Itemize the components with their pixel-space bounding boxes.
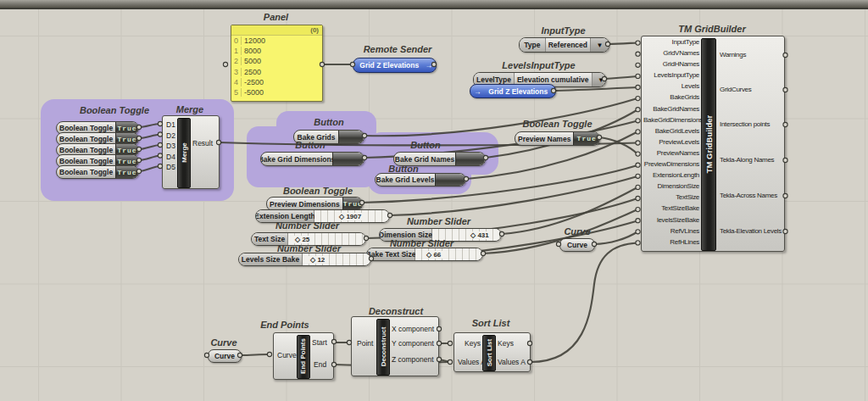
panel[interactable]: (0) 012000 18000 25000 32500 4-2500 5-50…: [231, 25, 323, 102]
sort-list-component[interactable]: Keys Values A Sort List Keys Values A: [453, 332, 531, 372]
row-value: -2500: [242, 78, 264, 86]
bake-text-size-slider[interactable]: Bake Text Size ◇ 66: [366, 248, 483, 261]
button-press-area[interactable]: [338, 131, 364, 143]
output-label: Intersection points: [720, 120, 770, 128]
input-label: DimensionSize: [643, 182, 699, 193]
remote-sender-text: Grid Z Elevations: [353, 58, 426, 72]
deconstruct-core-label: Deconstruct: [376, 319, 388, 374]
output-label: X component: [392, 325, 434, 333]
slider-handle-icon[interactable]: ◇: [426, 251, 431, 259]
slider-value: ◇ 431: [468, 231, 492, 239]
slider-value: ◇ 25: [292, 236, 312, 243]
input-label: Keys: [465, 339, 481, 348]
curve-param[interactable]: Curve: [559, 238, 595, 252]
remote-sender[interactable]: Grid Z Elevations →: [353, 58, 437, 73]
preview-names-toggle[interactable]: Preview Names True: [515, 131, 600, 146]
wire: [139, 135, 160, 139]
gridbuilder-inputs: InputType GridVNames GridHNames LevelsIn…: [643, 38, 699, 249]
slider-handle-icon[interactable]: ◇: [339, 213, 344, 220]
button-press-area[interactable]: [332, 153, 364, 165]
panel-header: (0): [231, 25, 322, 36]
input-label: Curve: [277, 351, 297, 359]
wire: [555, 87, 637, 91]
button-press-area[interactable]: [455, 153, 485, 165]
curve-param[interactable]: Curve: [208, 349, 242, 363]
slider-handle-icon[interactable]: ◇: [295, 236, 300, 243]
bake-grid-dimensions-button[interactable]: Bake Grid Dimensions: [260, 152, 364, 166]
input-label: TextSizeBake: [643, 204, 699, 215]
toggle-state[interactable]: True: [115, 166, 138, 178]
wire: [608, 43, 637, 45]
slider-number: 66: [433, 251, 441, 259]
levels-size-bake-slider[interactable]: Levels Size Bake ◇ 12: [238, 253, 371, 266]
output-label: Tekla-Along Names: [720, 156, 774, 164]
row-value: -5000: [242, 88, 264, 97]
merge-component[interactable]: D1 D2 D3 D4 D5 Merge Result: [162, 115, 220, 189]
input-label: D1: [166, 120, 175, 129]
boolean-toggle[interactable]: Boolean Toggle True: [56, 165, 139, 179]
grasshopper-canvas[interactable]: Panel (0) 012000 18000 25000 32500 4-250…: [0, 0, 868, 401]
slider-handle-icon[interactable]: ◇: [470, 231, 476, 239]
slider-number: 25: [302, 236, 309, 243]
input-label: BakeGridDimensions: [643, 116, 699, 127]
levelsinputtype-label: LevelsInputType: [473, 60, 604, 70]
toggle-name: Boolean Toggle: [57, 166, 115, 178]
end-points-component[interactable]: Curve End Points Start End: [273, 332, 334, 380]
end-points-label: End Points: [259, 320, 311, 330]
output-label: Values A: [498, 358, 526, 366]
slider-value: ◇ 12: [308, 256, 327, 264]
preview-names-label: Boolean Toggle: [517, 119, 598, 129]
slider-track[interactable]: ◇ 12: [303, 253, 370, 265]
output-label: GridCurves: [720, 86, 751, 93]
output-label: Start: [312, 338, 327, 347]
inputtype-valuelist[interactable]: Type Referenced ▼: [519, 37, 609, 53]
input-label: InputType: [643, 38, 699, 49]
input-label: ExtensionLength: [643, 171, 699, 182]
number-slider-label: Number Slider: [403, 216, 475, 226]
end-points-core-label: End Points: [297, 335, 309, 377]
input-label: RefHLines: [643, 238, 699, 249]
button-label: Button: [280, 140, 341, 150]
button-press-area[interactable]: [435, 174, 465, 186]
panel-row: 012000: [231, 36, 322, 46]
boolean-group-label: Boolean Toggle: [59, 105, 170, 115]
valuelist-value: Referenced: [546, 38, 590, 52]
row-value: 2500: [242, 68, 261, 76]
output-label: Tekla-Elevation Levels: [720, 227, 782, 235]
toggle-name: Preview Names: [515, 132, 573, 145]
slider-track[interactable]: ◇ 66: [415, 248, 482, 260]
input-label: PreviewNames: [643, 149, 699, 160]
inputtype-label: InputType: [519, 25, 608, 36]
input-label: LevelsInputType: [643, 71, 699, 82]
row-index: 5: [231, 88, 242, 97]
number-slider-label: Number Slider: [271, 220, 343, 231]
toggle-name: Preview Dimensions: [267, 198, 342, 210]
wire: [139, 156, 160, 161]
wire: [139, 166, 160, 171]
slider-name: Levels Size Bake: [239, 253, 303, 265]
toggle-state[interactable]: True: [573, 132, 599, 145]
dropdown-icon[interactable]: ▼: [590, 38, 609, 52]
dropdown-icon[interactable]: ▼: [592, 73, 606, 86]
gridbuilder-component[interactable]: InputType GridVNames GridHNames LevelsIn…: [641, 36, 785, 252]
wire: [594, 232, 637, 245]
bake-grid-levels-button[interactable]: Bake Grid Levels: [375, 173, 466, 187]
slider-value: ◇ 66: [424, 251, 443, 259]
deconstruct-component[interactable]: Point Deconstruct X component Y componen…: [351, 316, 439, 376]
panel-row: 32500: [231, 67, 322, 77]
canvas-top-bar: [0, 0, 868, 9]
output-label: Keys: [498, 339, 514, 348]
gridbuilder-label: TM GridBuilder: [641, 24, 783, 34]
input-label: Levels: [643, 82, 699, 93]
input-label: Values A: [458, 358, 486, 366]
wire: [139, 145, 160, 149]
slider-handle-icon[interactable]: ◇: [310, 256, 315, 264]
input-label: D3: [166, 142, 175, 150]
curve-param-label: Curve: [206, 337, 242, 348]
toggle-state[interactable]: True: [342, 198, 363, 210]
curve-param-text: Curve: [209, 350, 241, 362]
panel-row: 25000: [231, 56, 322, 66]
curve-param-label: Curve: [559, 226, 595, 237]
remote-receiver[interactable]: → Grid Z Elevations: [470, 84, 556, 98]
remote-receiver-text: Grid Z Elevations: [481, 85, 556, 97]
